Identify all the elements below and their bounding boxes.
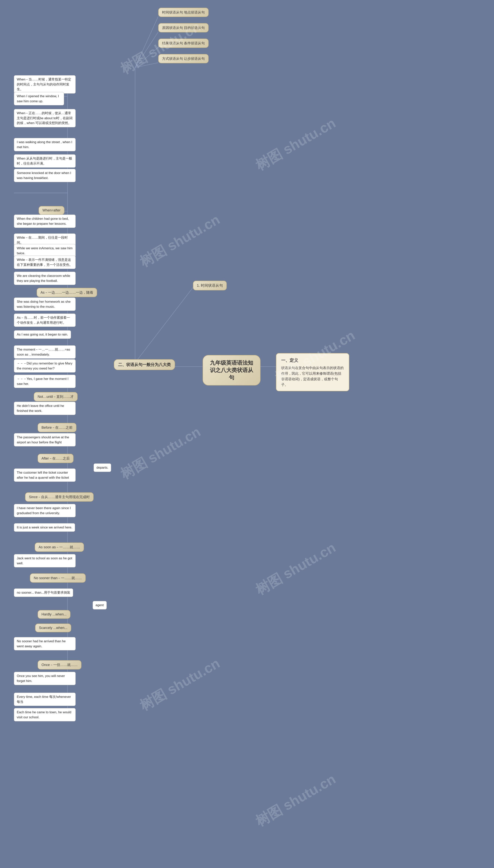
cat-time-place: 时间状语从句 地点状语从句 bbox=[158, 8, 209, 17]
svg-line-4 bbox=[135, 32, 158, 67]
svg-line-6 bbox=[135, 63, 158, 67]
homework-ex: She was doing her homework as she was li… bbox=[14, 297, 76, 311]
once-label: Once－一但……就…… bbox=[38, 660, 81, 670]
watermark-6: 树图 shutu.cn bbox=[252, 538, 339, 599]
cat-result-condition: 结果状语从句 条件状语从句 bbox=[158, 39, 209, 48]
jack-school-ex: Jack went to school as soon as he got we… bbox=[14, 554, 76, 567]
as-def-2: As－当……时，前一个动作紧接着一个动作发生，从句通常用进行时。 bbox=[14, 313, 76, 327]
agent-node: agent bbox=[93, 601, 107, 610]
someone-knocked-ex: Someone knocked at the door when I was h… bbox=[14, 169, 76, 182]
going-out-ex: As I was going out, it began to rain. bbox=[14, 330, 71, 339]
definition-label: 一、定义 bbox=[281, 357, 344, 364]
passengers-ex: The passengers should arrive at the airp… bbox=[14, 433, 76, 446]
when-after-label: When=after bbox=[39, 206, 64, 215]
while-america-ex: While we were inAmerica, we saw him twic… bbox=[14, 244, 76, 257]
svg-line-7 bbox=[135, 288, 193, 363]
cat-manner-concession: 方式状语从句 让步状语从句 bbox=[158, 54, 209, 63]
leave-office-ex: He didn't leave the office until he fini… bbox=[14, 402, 76, 415]
before-label: Before－在……之前 bbox=[38, 423, 76, 432]
gave-moment-a: －－－Yes, I gave her the moment I saw her. bbox=[14, 375, 76, 388]
scarcely-when-label: Scarcely ...when... bbox=[35, 623, 71, 632]
cat-time-clause: 1. 时间状语从句 bbox=[193, 281, 227, 290]
moment-def: The moment－一…一……就……=as soon as，immediate… bbox=[14, 345, 76, 359]
when-children-ex: When the children had gone to bed, she b… bbox=[14, 214, 76, 228]
no-sooner-exp: no sooner... than...用于句首要求倒装 bbox=[14, 589, 73, 597]
remember-q: －－－Did you remember to give Mary the mon… bbox=[14, 359, 76, 372]
no-sooner-label: No sooner than－一……就…… bbox=[30, 573, 86, 583]
as-label: As－一边……一边……一边，随着 bbox=[37, 288, 97, 297]
branch-right-definition: 一、定义 状语从句在复合句中由从句表示的状语的作用，因此，它可以用来修饰谓语(包… bbox=[276, 353, 349, 391]
no-sooner-ex: No sooner had he arrived than he went aw… bbox=[14, 637, 76, 650]
while-def-2: While－表示一件不满情绪，强意是这在下某种重要的事，另一个活在受伤。 bbox=[14, 256, 76, 269]
watermark-3: 树图 shutu.cn bbox=[136, 210, 223, 271]
just-week-ex: It is just a week since we arrived here. bbox=[14, 523, 75, 532]
watermark-2: 树图 shutu.cn bbox=[252, 114, 339, 175]
not-until-label: Not…until－直到……才 bbox=[34, 392, 78, 401]
watermark-5: 树图 shutu.cn bbox=[117, 423, 204, 483]
departs-node: departs. bbox=[94, 463, 111, 472]
as-soon-as-label: As soon as－一……就…… bbox=[35, 542, 84, 552]
when-def-1: When－当……时候，通常指某一特定的时间点，主句与从句的动作同时发生。 bbox=[14, 75, 76, 94]
definition-text: 状语从句在复合句中由从句表示的状语的作用，因此，它可以用来修饰谓语(包括非谓语动… bbox=[281, 365, 344, 387]
when-def-3: When 从从句是路进行时，主句是一般时，往往表示不满。 bbox=[14, 154, 76, 168]
customer-ex: The customer left the ticket counter aft… bbox=[14, 468, 76, 482]
once-ex: Once you see him, you will never forget … bbox=[14, 672, 76, 685]
since-label: Since－自从……通常主句用现在完成时 bbox=[25, 493, 94, 502]
branch-left-categories: 二、状语从句一般分为八大类 bbox=[114, 359, 175, 370]
cleaning-ex: We are cleaning the classroom while they… bbox=[14, 272, 76, 285]
never-been-ex: I have never been there again since I gr… bbox=[14, 504, 76, 517]
mind-map: 树图 shutu.cn 树图 shutu.cn 树图 shutu.cn 树图 s… bbox=[0, 0, 494, 868]
every-time-label: Every time, each time 每次/whenever 每当 bbox=[14, 693, 76, 706]
watermark-7: 树图 shutu.cn bbox=[136, 654, 223, 715]
was-walking-ex: I was walking along the street , when I … bbox=[14, 138, 76, 151]
central-node: 九年级英语语法知识之八大类状语从句 bbox=[203, 355, 261, 385]
svg-line-3 bbox=[135, 16, 158, 67]
after-label: After－在……之后 bbox=[38, 454, 74, 463]
each-time-ex: Each time he came to town, he would visi… bbox=[14, 708, 76, 721]
when-def-2: When－正在……的时候，使从…通常主句是进行时或be about to时，在副… bbox=[14, 109, 76, 127]
watermark-8: 树图 shutu.cn bbox=[252, 770, 339, 831]
when-ex-1: When I opened the window, I saw him come… bbox=[14, 92, 64, 105]
svg-line-5 bbox=[135, 47, 158, 67]
cat-reason-purpose: 原因状语从句 目的状语从句 bbox=[158, 23, 209, 33]
hardly-when-label: Hardly ...when... bbox=[38, 610, 71, 619]
